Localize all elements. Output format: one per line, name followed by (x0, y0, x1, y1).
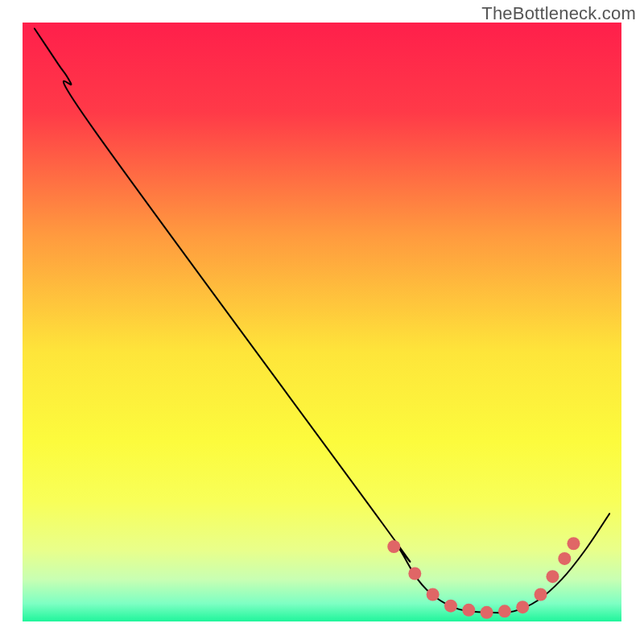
watermark-label: TheBottleneck.com (481, 3, 636, 24)
chart-container: TheBottleneck.com (0, 0, 644, 644)
bottleneck-heatmap-chart (0, 0, 644, 644)
